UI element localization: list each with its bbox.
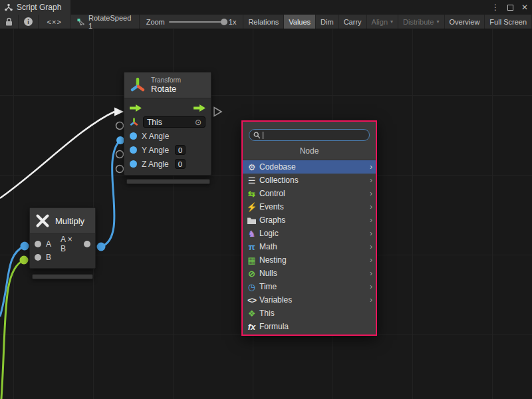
chevron-right-icon: › (370, 189, 372, 198)
item-label: Variables (259, 295, 292, 305)
clock-icon: ◷ (247, 283, 257, 291)
lock-button[interactable] (0, 15, 19, 29)
item-label: This (259, 309, 275, 318)
relations-button[interactable]: Relations (243, 15, 284, 29)
null-icon: ⊘ (247, 269, 257, 278)
graph-ref-icon (77, 18, 85, 26)
fullscreen-button[interactable]: Full Screen (485, 15, 532, 29)
b-label: B (46, 253, 51, 262)
knight-icon: ♞ (247, 229, 257, 238)
edit-source-button[interactable]: <×> (39, 15, 70, 29)
port-dot[interactable] (84, 241, 90, 247)
z-angle-input[interactable]: 0 (175, 159, 186, 169)
maximize-icon[interactable] (507, 5, 513, 11)
finder-item-this[interactable]: ❖ This (243, 307, 376, 320)
x-angle-row: X Angle (124, 129, 211, 143)
close-icon[interactable]: ✕ (521, 3, 528, 12)
y-angle-input[interactable]: 0 (175, 145, 186, 155)
item-label: Events (259, 202, 284, 211)
node-title: Multiply (55, 216, 84, 226)
overview-button[interactable]: Overview (445, 15, 485, 29)
window-controls: ⋮ ✕ (491, 0, 528, 15)
tab-bar: Script Graph ⋮ ✕ (0, 0, 532, 15)
lock-icon (5, 17, 13, 26)
shuffle-icon: ⇆ (247, 190, 257, 198)
this-row: This ⊙ (124, 115, 211, 129)
wire-end-dot[interactable] (97, 243, 106, 251)
align-button[interactable]: Align ▾ (367, 15, 398, 29)
finder-search-field[interactable] (249, 129, 370, 141)
flow-out-arrow-icon[interactable] (194, 104, 205, 112)
item-label: Nulls (259, 269, 277, 278)
chevron-right-icon: › (370, 242, 372, 251)
chevron-right-icon: › (370, 269, 372, 278)
finder-item-graphs[interactable]: Graphs › (243, 213, 376, 227)
list-icon: ☰ (247, 176, 257, 185)
z-angle-row: Z Angle 0 (124, 157, 211, 171)
flow-in-arrow-icon[interactable] (130, 104, 142, 112)
chevron-right-icon: › (370, 229, 372, 238)
finder-item-codebase[interactable]: ⚙ Codebase › (243, 160, 376, 174)
port-dot[interactable] (130, 146, 137, 154)
tab-script-graph[interactable]: Script Graph (0, 0, 70, 15)
formula-icon: fx (247, 323, 257, 331)
rotate-node-header[interactable]: Transform Rotate (124, 72, 211, 98)
transform-axis-icon (130, 77, 146, 93)
port-dot[interactable] (35, 254, 41, 261)
port-dot[interactable] (130, 132, 137, 140)
wire-end-dot[interactable] (20, 256, 29, 265)
z-angle-label: Z Angle (142, 160, 169, 169)
chevron-right-icon: › (370, 176, 372, 185)
output-label: A × B (61, 235, 79, 253)
grid-icon: ▦ (247, 256, 257, 265)
finder-item-math[interactable]: π Math › (243, 240, 376, 253)
flow-in-arrowhead-icon (114, 108, 124, 116)
multiply-node-header[interactable]: Multiply (30, 208, 95, 234)
input-b-wire (1, 260, 24, 399)
finder-item-events[interactable]: ⚡ Events › (243, 200, 376, 213)
port-dot[interactable] (130, 160, 137, 168)
lightning-icon: ⚡ (247, 203, 257, 211)
align-label: Align (372, 18, 388, 26)
chevron-right-icon: › (370, 215, 372, 225)
this-port[interactable] (116, 122, 124, 130)
zoom-slider[interactable] (169, 21, 225, 23)
pi-icon: π (247, 243, 257, 251)
item-label: Time (259, 282, 277, 291)
port-dot[interactable] (35, 241, 41, 247)
zangle-port[interactable] (116, 166, 124, 173)
dim-button[interactable]: Dim (316, 15, 339, 29)
finder-item-control[interactable]: ⇆ Control › (243, 187, 376, 200)
text-cursor (263, 132, 263, 139)
finder-item-formula[interactable]: fx Formula (243, 320, 376, 333)
menu-dots-icon[interactable]: ⋮ (491, 3, 499, 12)
yangle-port[interactable] (116, 151, 124, 158)
distribute-button[interactable]: Distribute ▾ (398, 15, 444, 29)
finder-item-variables[interactable]: <> Variables › (243, 293, 376, 307)
rotate-node[interactable]: Transform Rotate (124, 72, 211, 176)
finder-item-collections[interactable]: ☰ Collections › (243, 174, 376, 187)
values-button[interactable]: Values (284, 15, 316, 29)
finder-item-nesting[interactable]: ▦ Nesting › (243, 253, 376, 267)
this-object-field[interactable]: This ⊙ (143, 116, 205, 128)
wire-end-dot[interactable] (21, 242, 29, 251)
zoom-slider-handle[interactable] (221, 19, 227, 25)
flow-out-triangle-icon[interactable] (214, 108, 221, 116)
multiply-node[interactable]: Multiply A A × B B (29, 207, 96, 269)
info-button[interactable]: i (19, 15, 39, 29)
flow-wire (0, 112, 114, 198)
node-title: Rotate (151, 84, 181, 94)
finder-item-time[interactable]: ◷ Time › (243, 280, 376, 293)
code-icon: <×> (47, 18, 62, 26)
zoom-control: Zoom 1x (140, 15, 244, 29)
multiply-a-row: A A × B (30, 237, 95, 251)
zoom-label: Zoom (146, 18, 165, 26)
y-angle-label: Y Angle (142, 146, 169, 155)
finder-item-nulls[interactable]: ⊘ Nulls › (243, 267, 376, 280)
node-category: Transform (151, 76, 181, 84)
object-picker-icon[interactable]: ⊙ (195, 118, 201, 127)
item-label: Codebase (259, 162, 296, 172)
finder-item-logic[interactable]: ♞ Logic › (243, 227, 376, 240)
graph-breadcrumb[interactable]: RotateSpeed 1 (70, 15, 139, 29)
carry-button[interactable]: Carry (339, 15, 367, 29)
